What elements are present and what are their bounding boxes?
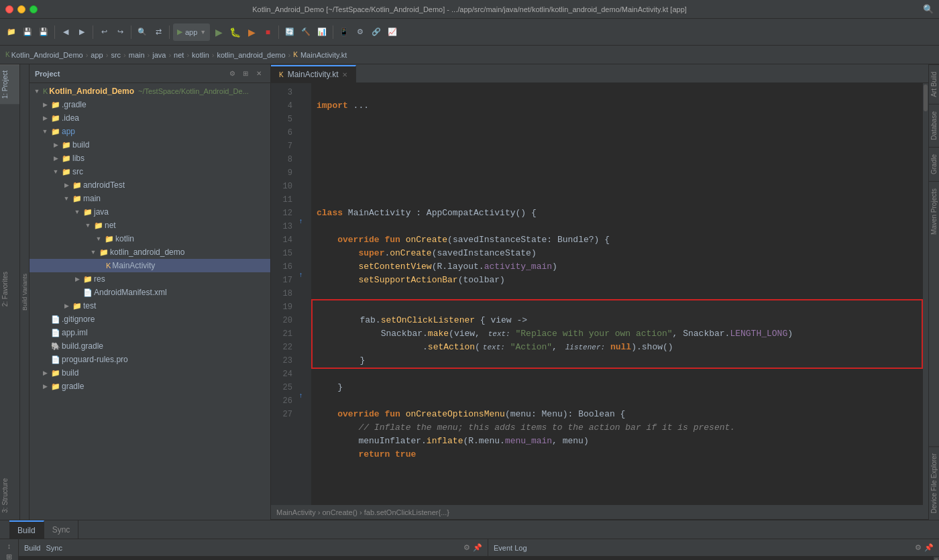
breadcrumb-net[interactable]: net <box>174 51 184 59</box>
breadcrumb-project[interactable]: Kotlin_Android_Demo <box>11 51 83 59</box>
sep: › <box>106 51 109 59</box>
maven-tab[interactable]: Maven Projects <box>929 181 939 241</box>
device-explorer-tab[interactable]: Device File Explorer <box>929 446 939 520</box>
event-log-pin-btn[interactable]: 📌 <box>924 543 934 552</box>
favorites-panel-tab[interactable]: 2: Favorites <box>0 268 19 311</box>
build-pin-btn[interactable]: 📌 <box>473 543 482 552</box>
breadcrumb-bar: K Kotlin_Android_Demo › app › src › main… <box>0 46 939 64</box>
sync-tab[interactable]: Sync <box>44 520 79 539</box>
tree-app[interactable]: ▼ 📁 app <box>30 125 270 138</box>
analyze-btn[interactable]: 📊 <box>315 23 329 41</box>
left-sidebar: 1: Project 2: Favorites 3: Structure <box>0 64 20 520</box>
profile-btn[interactable]: 📈 <box>385 23 400 41</box>
right-panel-tabs: Art Build Database Gradle Maven Projects… <box>928 64 939 520</box>
sdk-btn[interactable]: ⚙ <box>353 23 368 41</box>
code-content[interactable]: import ... class MainActivity : AppCompa… <box>311 83 923 505</box>
gradle-tab[interactable]: Gradle <box>929 147 939 181</box>
sep-2 <box>93 25 93 39</box>
tree-appiml[interactable]: ▶ 📄 app.iml <box>30 326 270 339</box>
breadcrumb-java[interactable]: java <box>152 51 166 59</box>
stop-btn[interactable]: ■ <box>260 23 275 41</box>
database-tab[interactable]: Database <box>929 104 939 147</box>
event-log-title: Event Log <box>494 544 527 552</box>
breadcrumb-kotlin[interactable]: kotlin <box>192 51 209 59</box>
structure-panel-tab[interactable]: 3: Structure <box>0 474 19 517</box>
build-icon-2[interactable]: ⊞ <box>6 553 12 560</box>
line-numbers: 3 4 5 6 7 8 9 10 11 12 13 14 15 16 17 18 <box>271 83 298 505</box>
coverage-btn[interactable]: ▶ <box>244 23 259 41</box>
tree-test[interactable]: ▶ 📁 test <box>30 299 270 313</box>
nav-back-btn[interactable]: ◀ <box>58 23 73 41</box>
tree-libs[interactable]: ▶ 📁 libs <box>30 152 270 165</box>
panel-close-btn[interactable]: ✕ <box>253 68 265 80</box>
editor-scrollbar[interactable] <box>923 83 928 505</box>
tab-label: MainActivity.kt <box>288 70 339 79</box>
breadcrumb-main[interactable]: main <box>129 51 145 59</box>
redo-btn[interactable]: ↪ <box>113 23 127 41</box>
run-btn[interactable]: ▶ <box>211 23 226 41</box>
close-button[interactable] <box>5 5 13 13</box>
art-build-tab[interactable]: Art Build <box>929 64 939 104</box>
tree-androidmanifest[interactable]: ▶ 📄 AndroidManifest.xml <box>30 286 270 299</box>
tree-build-root[interactable]: ▶ 📁 build <box>30 366 270 380</box>
bottom-tab-bar: Build Sync <box>0 520 939 539</box>
open-folder-btn[interactable]: 📁 <box>4 23 19 41</box>
build-icon-1[interactable]: ↕ <box>7 542 11 550</box>
sep: › <box>148 51 150 59</box>
run-config-selector[interactable]: ▶ app ▼ <box>173 23 210 41</box>
panel-actions: ⚙ ⊞ ✕ <box>226 68 265 80</box>
tree-mainactivity[interactable]: K MainActivity <box>30 259 270 272</box>
tree-net[interactable]: ▼ 📁 net <box>30 219 270 232</box>
breadcrumb-src[interactable]: src <box>111 51 121 59</box>
tree-kotlin-pkg[interactable]: ▼ 📁 kotlin <box>30 232 270 245</box>
breadcrumb-file[interactable]: K MainActivity.kt <box>293 51 347 59</box>
nav-forward-btn[interactable]: ▶ <box>74 23 89 41</box>
tree-res[interactable]: ▶ 📁 res <box>30 272 270 286</box>
code-path: MainActivity › onCreate() › fab.setOnCli… <box>276 508 449 516</box>
avd-btn[interactable]: 📱 <box>337 23 351 41</box>
gutter: ↑ ↑ ↑ <box>298 83 311 505</box>
save-all-btn[interactable]: 💾 <box>36 23 51 41</box>
minimize-button[interactable] <box>17 5 25 13</box>
tree-main[interactable]: ▼ 📁 main <box>30 192 270 205</box>
tree-gradle-root[interactable]: ▶ 📁 gradle <box>30 380 270 393</box>
build-tab[interactable]: Build <box>9 520 44 539</box>
replace-btn[interactable]: ⇄ <box>151 23 166 41</box>
find-btn[interactable]: 🔍 <box>135 23 150 41</box>
tree-buildgradle[interactable]: ▶ 🐘 build.gradle <box>30 339 270 353</box>
search-icon[interactable]: 🔍 <box>923 4 934 14</box>
tab-close-icon[interactable]: ✕ <box>342 71 347 78</box>
tree-java[interactable]: ▼ 📁 java <box>30 205 270 219</box>
project-panel-tab[interactable]: 1: Project <box>0 64 19 104</box>
breadcrumb-app[interactable]: app <box>91 51 103 59</box>
build-panel: Build Sync ⚙ 📌 ▼ ● Build: completed succ… <box>19 539 488 560</box>
tree-idea[interactable]: ▶ 📁 .idea <box>30 111 270 125</box>
tree-proguard[interactable]: ▶ 📄 proguard-rules.pro <box>30 353 270 366</box>
build-settings-btn[interactable]: ⚙ <box>463 543 470 552</box>
sep: › <box>86 51 89 59</box>
sync-btn[interactable]: 🔄 <box>282 23 297 41</box>
tree-root[interactable]: ▼ K Kotlin_Android_Demo ~/TestSpace/Kotl… <box>30 85 270 98</box>
tree-gitignore[interactable]: ▶ 📄 .gitignore <box>30 313 270 326</box>
build-variants-tab[interactable]: Build Variants <box>20 64 30 520</box>
attach-btn[interactable]: 🔗 <box>369 23 384 41</box>
code-editor[interactable]: 3 4 5 6 7 8 9 10 11 12 13 14 15 16 17 18 <box>271 83 928 505</box>
save-btn[interactable]: 💾 <box>20 23 35 41</box>
panel-expand-btn[interactable]: ⊞ <box>239 68 252 80</box>
event-log-settings-btn[interactable]: ⚙ <box>915 543 922 552</box>
build-sidebar-icons: ↕ ⊞ 🔍 ↺ ★ ✕ <box>0 539 19 560</box>
event-log-scrollbar[interactable] <box>934 557 939 560</box>
debug-btn[interactable]: 🐛 <box>227 23 243 41</box>
tree-build[interactable]: ▶ 📁 build <box>30 138 270 152</box>
undo-btn[interactable]: ↩ <box>97 23 111 41</box>
breadcrumb-demo[interactable]: kotlin_android_demo <box>217 51 285 59</box>
tree-androidtest[interactable]: ▶ 📁 androidTest <box>30 178 270 192</box>
tab-mainactivity[interactable]: K MainActivity.kt ✕ <box>271 65 356 82</box>
sep-1 <box>54 25 55 39</box>
build-btn[interactable]: 🔨 <box>298 23 313 41</box>
maximize-button[interactable] <box>30 5 38 13</box>
panel-settings-btn[interactable]: ⚙ <box>226 68 238 80</box>
tree-src[interactable]: ▼ 📁 src <box>30 165 270 178</box>
tree-kotlin-demo-pkg[interactable]: ▼ 📁 kotlin_android_demo <box>30 245 270 259</box>
tree-gradle[interactable]: ▶ 📁 .gradle <box>30 98 270 111</box>
